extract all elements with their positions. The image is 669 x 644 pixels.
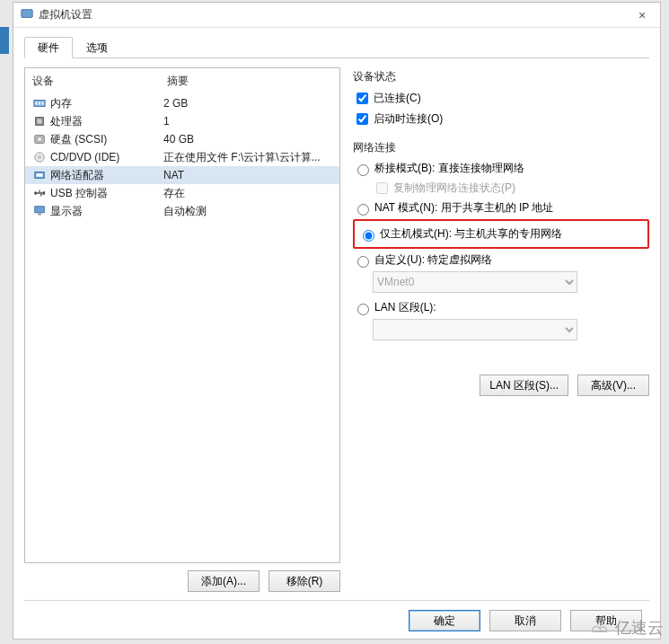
- watermark: 亿速云: [586, 617, 664, 639]
- memory-icon: [32, 97, 47, 110]
- tab-options[interactable]: 选项: [73, 37, 121, 57]
- svg-rect-4: [42, 101, 44, 105]
- svg-rect-6: [37, 119, 41, 123]
- dialog-footer: 确定 取消 帮助: [24, 600, 649, 639]
- hardware-row-nic[interactable]: 网络适配器 NAT: [25, 166, 339, 184]
- custom-label: 自定义(U): 特定虚拟网络: [374, 252, 492, 268]
- ok-button[interactable]: 确定: [409, 610, 480, 631]
- titlebar: 虚拟机设置 ×: [13, 3, 660, 28]
- svg-rect-2: [36, 101, 38, 105]
- header-device: 设备: [32, 74, 167, 89]
- cpu-icon: [32, 115, 47, 128]
- window-title: 虚拟机设置: [39, 7, 92, 22]
- hardware-row-cddvd[interactable]: CD/DVD (IDE) 正在使用文件 F:\云计算\云计算...: [25, 148, 339, 166]
- device-status-title: 设备状态: [353, 69, 649, 84]
- bridged-label: 桥接模式(B): 直接连接物理网络: [374, 161, 524, 176]
- nic-icon: [32, 169, 47, 181]
- svg-rect-12: [37, 173, 43, 177]
- svg-rect-16: [38, 214, 41, 216]
- header-summary: 摘要: [167, 74, 189, 89]
- connect-at-poweron-label: 启动时连接(O): [374, 111, 443, 127]
- replicate-checkbox: [376, 182, 388, 194]
- hdd-icon: [32, 133, 47, 146]
- lan-segments-button[interactable]: LAN 区段(S)...: [480, 375, 568, 396]
- network-connection-group: 网络连接 桥接模式(B): 直接连接物理网络 复制物理网络连接状态(P) NAT…: [353, 140, 649, 396]
- network-connection-title: 网络连接: [353, 140, 649, 155]
- hardware-row-usb[interactable]: USB 控制器 存在: [25, 184, 339, 202]
- cancel-button[interactable]: 取消: [489, 610, 561, 631]
- connected-checkbox[interactable]: [357, 93, 368, 104]
- add-button[interactable]: 添加(A)...: [188, 570, 260, 592]
- tab-hardware[interactable]: 硬件: [24, 37, 73, 58]
- nat-radio[interactable]: [357, 204, 369, 216]
- hostonly-radio[interactable]: [363, 230, 374, 242]
- lanseg-select: [373, 319, 577, 340]
- hardware-row-display[interactable]: 显示器 自动检测: [25, 202, 339, 220]
- lanseg-radio[interactable]: [357, 304, 369, 315]
- svg-rect-0: [22, 10, 32, 18]
- svg-point-10: [39, 156, 41, 159]
- advanced-button[interactable]: 高级(V)...: [577, 375, 649, 396]
- hardware-row-hdd[interactable]: 硬盘 (SCSI) 40 GB: [25, 130, 339, 148]
- hardware-row-cpu[interactable]: 处理器 1: [25, 112, 339, 130]
- hostonly-highlight: 仅主机模式(H): 与主机共享的专用网络: [353, 219, 649, 249]
- svg-rect-3: [39, 101, 40, 105]
- hardware-row-memory[interactable]: 内存 2 GB: [25, 94, 339, 112]
- hostonly-label: 仅主机模式(H): 与主机共享的专用网络: [380, 226, 562, 242]
- remove-button[interactable]: 移除(R): [268, 570, 340, 592]
- svg-point-8: [37, 137, 41, 141]
- replicate-label: 复制物理网络连接状态(P): [393, 181, 515, 196]
- usb-icon: [32, 187, 47, 199]
- device-status-group: 设备状态 已连接(C) 启动时连接(O): [353, 69, 649, 128]
- svg-rect-15: [35, 207, 45, 213]
- bridged-radio[interactable]: [357, 164, 369, 176]
- connect-at-poweron-checkbox[interactable]: [357, 113, 368, 125]
- connected-label: 已连接(C): [374, 91, 421, 106]
- nat-label: NAT 模式(N): 用于共享主机的 IP 地址: [374, 200, 553, 216]
- tabs: 硬件 选项: [24, 37, 649, 58]
- hardware-list[interactable]: 设备 摘要 内存 2 GB 处理器 1 硬盘 (SCSI) 40 GB: [24, 67, 340, 563]
- vm-settings-dialog: 虚拟机设置 × 硬件 选项 设备 摘要 内存 2 GB: [13, 2, 661, 640]
- svg-rect-14: [43, 191, 46, 195]
- hardware-list-header: 设备 摘要: [25, 68, 339, 94]
- vmnet-select: VMnet0: [373, 271, 577, 293]
- lanseg-label: LAN 区段(L):: [374, 300, 436, 315]
- display-icon: [32, 205, 47, 217]
- custom-radio[interactable]: [357, 256, 369, 268]
- close-button[interactable]: ×: [624, 3, 660, 28]
- disc-icon: [32, 151, 47, 163]
- app-icon: [21, 7, 33, 22]
